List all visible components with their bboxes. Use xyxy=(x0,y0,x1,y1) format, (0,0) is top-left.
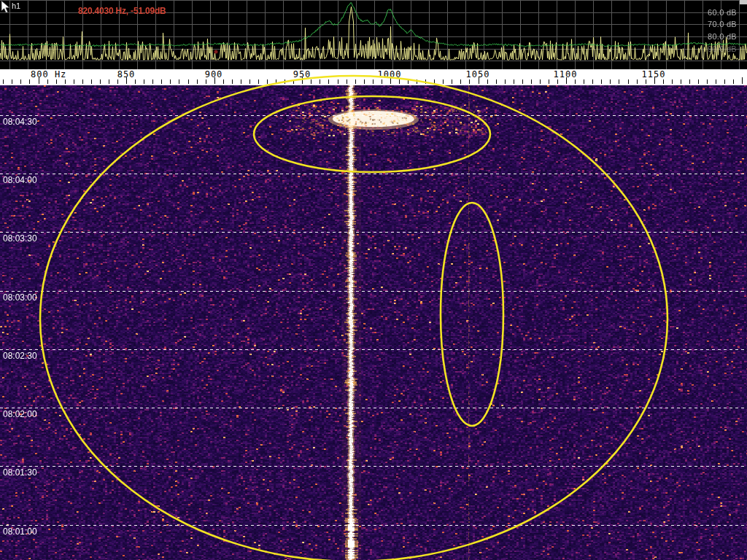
time-gridline xyxy=(0,466,747,467)
time-gridline xyxy=(0,349,747,350)
minor-tick xyxy=(267,79,268,84)
minor-tick xyxy=(469,79,470,84)
minor-tick xyxy=(74,79,74,84)
spectrum-panel: h1 820.4030 Hz, -51.09dB 60.0 dB 70.0 dB… xyxy=(0,0,747,69)
minor-tick xyxy=(425,79,426,84)
minor-tick xyxy=(382,79,382,84)
minor-tick xyxy=(522,79,523,84)
minor-tick xyxy=(20,79,21,84)
time-gridline xyxy=(0,232,747,233)
minor-tick xyxy=(637,79,638,84)
window-corner xyxy=(740,0,747,4)
minor-tick xyxy=(716,79,716,84)
minor-tick xyxy=(373,79,374,84)
minor-tick xyxy=(434,79,435,84)
minor-tick xyxy=(82,79,83,84)
spectrum-analyzer-window: h1 820.4030 Hz, -51.09dB 60.0 dB 70.0 dB… xyxy=(0,0,747,560)
minor-tick xyxy=(232,79,233,84)
freq-label-850: 850 xyxy=(117,69,136,79)
minor-tick xyxy=(487,79,488,84)
minor-tick xyxy=(584,79,584,84)
minor-tick xyxy=(601,79,602,84)
minor-tick xyxy=(293,79,294,84)
minor-tick xyxy=(575,79,576,84)
minor-tick xyxy=(3,79,4,84)
freq-label-1100: 1100 xyxy=(554,69,578,79)
minor-tick xyxy=(549,79,549,84)
time-gridline xyxy=(0,408,747,408)
time-label: 08:04:00 xyxy=(3,175,37,185)
db-axis-label-90: 90.0 dB xyxy=(708,44,737,53)
minor-tick xyxy=(197,79,198,84)
minor-tick xyxy=(496,79,497,84)
minor-tick xyxy=(540,79,541,84)
time-gridline xyxy=(0,291,747,292)
waterfall-display[interactable]: 08:04:30 08:04:00 08:03:30 08:03:00 08:0… xyxy=(0,85,747,560)
freq-label-950: 950 xyxy=(293,69,311,79)
frequency-scale[interactable]: 800 Hz 850 900 950 1000 1050 1100 1150 xyxy=(0,69,747,85)
major-tick xyxy=(742,77,743,84)
minor-tick xyxy=(179,79,179,84)
freq-label-1150: 1150 xyxy=(642,69,666,79)
minor-tick xyxy=(628,79,629,84)
minor-tick xyxy=(663,79,664,84)
freq-label-800: 800 Hz xyxy=(31,69,66,79)
time-gridline xyxy=(0,525,747,526)
minor-tick xyxy=(91,79,92,84)
minor-tick xyxy=(328,79,329,84)
minor-tick xyxy=(724,79,725,84)
waterfall-canvas[interactable] xyxy=(0,85,747,560)
time-label: 08:01:30 xyxy=(3,467,37,478)
time-label: 08:04:30 xyxy=(3,117,37,127)
minor-tick xyxy=(188,79,189,84)
minor-tick xyxy=(610,79,611,84)
minor-tick xyxy=(364,79,365,84)
time-gridline xyxy=(0,115,747,116)
channel-label: h1 xyxy=(12,1,20,10)
minor-tick xyxy=(258,79,259,84)
minor-tick xyxy=(135,79,136,84)
minor-tick xyxy=(276,79,276,84)
db-axis-label-60: 60.0 dB xyxy=(708,8,737,17)
minor-tick xyxy=(707,79,708,84)
minor-tick xyxy=(417,79,417,84)
minor-tick xyxy=(29,79,30,84)
minor-tick xyxy=(460,79,461,84)
minor-tick xyxy=(452,79,452,84)
minor-tick xyxy=(681,79,681,84)
db-axis-label-80: 80.0 dB xyxy=(708,32,737,41)
minor-tick xyxy=(619,79,619,84)
minor-tick xyxy=(443,79,444,84)
freq-label-1000: 1000 xyxy=(378,69,402,79)
minor-tick xyxy=(170,79,171,84)
time-label: 08:03:00 xyxy=(3,292,37,303)
freq-label-900: 900 xyxy=(205,69,223,79)
minor-tick xyxy=(109,79,109,84)
minor-tick xyxy=(399,79,400,84)
minor-tick xyxy=(100,79,101,84)
time-gridline xyxy=(0,174,747,174)
minor-tick xyxy=(531,79,532,84)
minor-tick xyxy=(65,79,66,84)
minor-tick xyxy=(12,79,12,84)
time-label: 08:02:30 xyxy=(3,351,37,361)
minor-tick xyxy=(505,79,506,84)
minor-tick xyxy=(56,79,57,84)
time-label: 08:03:30 xyxy=(3,233,37,244)
time-label: 08:01:00 xyxy=(3,526,37,537)
minor-tick xyxy=(355,79,356,84)
minor-tick xyxy=(144,79,144,84)
minor-tick xyxy=(311,79,311,84)
minor-tick xyxy=(689,79,690,84)
cursor-frequency-readout: 820.4030 Hz, -51.09dB xyxy=(78,6,166,16)
minor-tick xyxy=(514,79,514,84)
minor-tick xyxy=(672,79,673,84)
minor-tick xyxy=(161,79,162,84)
minor-tick xyxy=(347,79,347,84)
minor-tick xyxy=(592,79,593,84)
minor-tick xyxy=(152,79,153,84)
minor-tick xyxy=(117,79,118,84)
minor-tick xyxy=(47,79,48,84)
mouse-cursor-icon xyxy=(1,1,12,14)
minor-tick xyxy=(698,79,699,84)
